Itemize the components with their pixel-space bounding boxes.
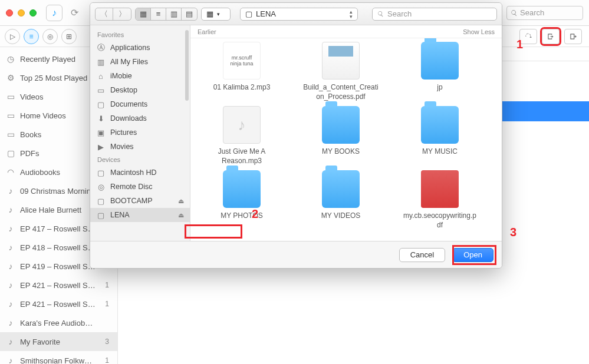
app-search-input[interactable]: Search xyxy=(506,6,583,20)
clock-icon: ◷ xyxy=(6,54,15,64)
location-name: LENA xyxy=(256,9,276,18)
back-button[interactable]: 〈 xyxy=(96,8,113,20)
traffic-lights xyxy=(6,9,37,16)
file-thumbnail xyxy=(421,106,459,144)
close-window-icon[interactable] xyxy=(6,9,13,16)
drive-icon: ▢ xyxy=(245,9,252,18)
sidebar-item-count: 1 xyxy=(105,281,111,289)
app-icon: Ⓐ xyxy=(96,42,106,53)
sidebar-item[interactable]: ♪ Kara's Free Audiob… xyxy=(0,313,117,332)
sidebar-item-count: 1 xyxy=(105,300,111,308)
video-icon: ▭ xyxy=(6,111,15,120)
favorites-item-label: Documents xyxy=(110,100,184,108)
devices-item-label: BOOTCAMP xyxy=(110,197,173,205)
nav-back-forward: 〈 〉 xyxy=(95,8,131,21)
favorites-item[interactable]: ▣ Pictures xyxy=(90,125,190,140)
music-icon: ♪ xyxy=(6,337,15,346)
sidebar-item[interactable]: ♪ EP 421 – Roswell S… 1 xyxy=(0,276,117,294)
file-name: MY MUSIC xyxy=(402,147,478,157)
file-name: jp xyxy=(402,83,478,92)
gallery-view-button[interactable]: ▤ xyxy=(182,8,197,20)
file-browser: Earlier Show Less mr.scruffninja tuna 01… xyxy=(190,25,502,241)
music-icon: ♪ xyxy=(6,299,15,309)
zoom-window-icon[interactable] xyxy=(29,9,37,16)
export-button[interactable] xyxy=(564,29,582,44)
cancel-button[interactable]: Cancel xyxy=(399,248,445,262)
favorites-item[interactable]: ▭ Desktop xyxy=(90,83,190,97)
show-less-link[interactable]: Show Less xyxy=(463,28,495,35)
refresh-button[interactable] xyxy=(519,29,537,44)
section-label: Earlier xyxy=(198,28,216,35)
file-item[interactable]: MY MUSIC xyxy=(396,106,484,166)
favorites-item[interactable]: ▶ Movies xyxy=(90,140,190,154)
eject-icon[interactable]: ⏏ xyxy=(178,197,184,205)
file-item[interactable]: MY VIDEOS xyxy=(297,170,385,230)
file-section-header: Earlier Show Less xyxy=(190,25,502,38)
file-grid: mr.scruffninja tuna 01 Kalimba 2.mp3 Bui… xyxy=(190,38,502,241)
sidebar-item[interactable]: ♪ EP 421 – Roswell S… 1 xyxy=(0,294,117,313)
list-view-button[interactable]: ≡ xyxy=(151,8,166,20)
hdd-icon: ▢ xyxy=(96,197,106,206)
devices-item-label: LENA xyxy=(110,211,173,219)
open-file-dialog: 〈 〉 ▦ ≡ ▥ ▤ ▦ ▾ ▢ LENA ▴▾ Search Favorit… xyxy=(90,2,502,269)
book-icon: ▭ xyxy=(6,130,15,139)
music-icon: ♪ xyxy=(6,224,15,233)
minimize-window-icon[interactable] xyxy=(18,9,25,16)
eject-icon[interactable]: ⏏ xyxy=(178,211,184,219)
favorites-item[interactable]: ▥ All My Files xyxy=(90,55,190,69)
column-view-button[interactable]: ▥ xyxy=(166,8,182,20)
sidebar-item[interactable]: ♪ Smithsonian Folkw… 1 xyxy=(0,351,117,364)
forward-button[interactable]: 〉 xyxy=(113,8,131,20)
icon-view-button[interactable]: ▦ xyxy=(136,8,151,20)
open-button[interactable]: Open xyxy=(452,248,493,262)
favorites-item[interactable]: Ⓐ Applications xyxy=(90,41,190,55)
devices-item[interactable]: ▢ BOOTCAMP ⏏ xyxy=(90,194,190,208)
file-item[interactable]: MY PHOTOS xyxy=(198,170,286,230)
favorites-item[interactable]: ⬇ Downloads xyxy=(90,111,190,125)
play-tab-icon[interactable]: ▷ xyxy=(5,29,20,44)
disc-tab-icon[interactable]: ◎ xyxy=(42,29,58,44)
music-icon: ♪ xyxy=(6,262,15,271)
sidebar-item-label: EP 421 – Roswell S… xyxy=(20,281,100,290)
group-by-dropdown[interactable]: ▦ ▾ xyxy=(201,8,231,21)
list-tab-icon[interactable]: ≡ xyxy=(24,29,39,44)
devices-item[interactable]: ◎ Remote Disc xyxy=(90,180,190,194)
devices-item[interactable]: ▢ Macintosh HD xyxy=(90,166,190,180)
refresh-titlebar-icon[interactable]: ⟳ xyxy=(66,5,83,21)
favorites-header: Favorites xyxy=(90,29,190,41)
doc-icon: ▢ xyxy=(6,148,15,158)
location-dropdown[interactable]: ▢ LENA ▴▾ xyxy=(240,8,358,21)
file-thumbnail xyxy=(421,42,459,80)
file-item[interactable]: ♪ Just Give Me A Reason.mp3 xyxy=(198,106,286,166)
file-thumbnail xyxy=(322,170,360,208)
music-app-icon[interactable]: ♪ xyxy=(46,5,62,21)
devices-item-label: Macintosh HD xyxy=(110,168,184,177)
desktop-icon: ▭ xyxy=(96,86,106,95)
file-thumbnail: mr.scruffninja tuna xyxy=(223,42,261,80)
music-icon: ♪ xyxy=(6,186,15,196)
music-icon: ♪ xyxy=(6,243,15,252)
movie-icon: ▶ xyxy=(96,143,106,151)
file-item[interactable]: mr.scruffninja tuna 01 Kalimba 2.mp3 xyxy=(198,42,286,101)
sidebar-item-label: Kara's Free Audiob… xyxy=(20,319,104,327)
file-thumbnail xyxy=(322,42,360,80)
import-button[interactable] xyxy=(542,29,560,44)
devices-item[interactable]: ▢ LENA ⏏ xyxy=(90,208,190,222)
home-icon: ⌂ xyxy=(96,72,106,81)
file-item[interactable]: MY BOOKS xyxy=(297,106,385,166)
finder-sidebar: Favorites Ⓐ Applications▥ All My Files⌂ … xyxy=(90,25,190,241)
file-item[interactable]: jp xyxy=(396,42,484,101)
sidebar-item-count: 3 xyxy=(105,337,111,346)
dialog-search-input[interactable]: Search xyxy=(372,8,497,21)
refresh-icon xyxy=(524,32,532,41)
file-item[interactable]: my.cb.seocopywriting.pdf xyxy=(396,170,484,230)
favorites-item[interactable]: ⌂ iMobie xyxy=(90,69,190,83)
favorites-item[interactable]: ▢ Documents xyxy=(90,97,190,111)
file-name: MY BOOKS xyxy=(302,147,379,157)
chevron-down-icon: ▾ xyxy=(217,11,220,17)
sidebar-item[interactable]: ♪ My Favorite 3 xyxy=(0,332,117,351)
apps-tab-icon[interactable]: ⊞ xyxy=(61,29,77,44)
sidebar-item-label: Smithsonian Folkw… xyxy=(20,356,100,365)
scrollbar[interactable] xyxy=(185,30,189,101)
file-item[interactable]: Build_a_Content_Creation_Process.pdf xyxy=(297,42,385,101)
